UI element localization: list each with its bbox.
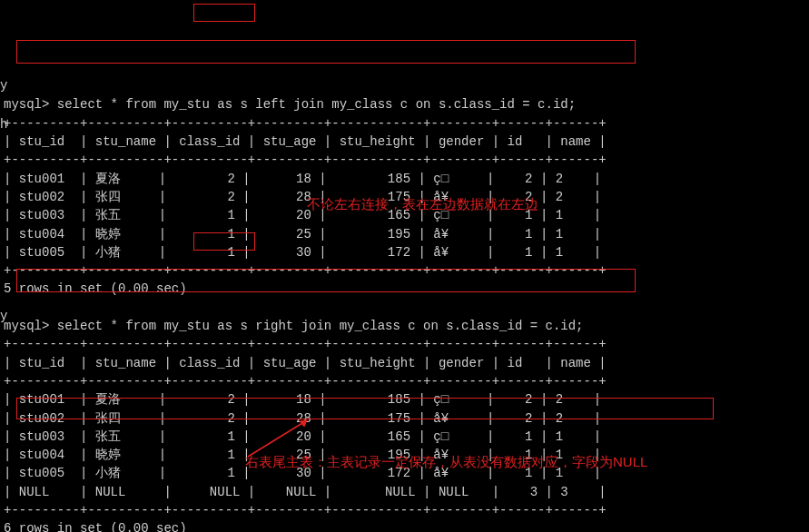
- arrow-icon: [243, 416, 316, 461]
- table2-border-bot: +---------+----------+----------+-------…: [4, 503, 607, 517]
- highlight-box-mystu-1: [193, 4, 255, 22]
- table1-header: | stu_id | stu_name | class_id | stu_age…: [4, 134, 607, 149]
- table1-row: | stu005 | 小猪 | 1 | 30 | 172 | å¥ | 1 | …: [4, 245, 601, 260]
- annotation-1: 不论左右连接，表在左边数据就在左边: [307, 194, 538, 214]
- table2-row: | stu001 | 夏洛 | 2 | 18 | 185 | ç□ | 2 | …: [4, 392, 601, 407]
- table2-border-mid: +---------+----------+----------+-------…: [4, 374, 607, 389]
- annotation-2: 右表尾主表：主表记录一定保存，从表没有数据对应，字段为NULL: [245, 452, 808, 472]
- table1-border-bot: +---------+----------+----------+-------…: [4, 263, 607, 278]
- table2-border-top: +---------+----------+----------+-------…: [4, 337, 607, 351]
- mysql-prompt-2[interactable]: mysql>: [4, 319, 57, 333]
- cutoff-char: h: [0, 115, 7, 133]
- query1-result: 5 rows in set (0.00 sec): [4, 281, 187, 296]
- table1-border-mid: +---------+----------+----------+-------…: [4, 153, 607, 167]
- cutoff-char: y: [0, 76, 7, 94]
- query2-result: 6 rows in set (0.00 sec): [4, 521, 187, 532]
- svg-line-0: [248, 420, 307, 457]
- table1-row: | stu001 | 夏洛 | 2 | 18 | 185 | ç□ | 2 | …: [4, 172, 601, 186]
- sql-query-2: select * from my_stu as s right join my_…: [57, 319, 584, 333]
- sql-query-1: select * from my_stu as s left join my_c…: [57, 97, 576, 112]
- mysql-prompt-1[interactable]: mysql>: [4, 97, 57, 112]
- cutoff-char: y: [0, 307, 7, 325]
- table1-border-top: +---------+----------+----------+-------…: [4, 116, 607, 131]
- highlight-box-header-1: [16, 40, 636, 64]
- table2-header: | stu_id | stu_name | class_id | stu_age…: [4, 356, 607, 370]
- table1-row: | stu004 | 晓婷 | 1 | 25 | 195 | å¥ | 1 | …: [4, 227, 601, 241]
- table2-row-null: | NULL | NULL | NULL | NULL | NULL | NUL…: [4, 485, 607, 499]
